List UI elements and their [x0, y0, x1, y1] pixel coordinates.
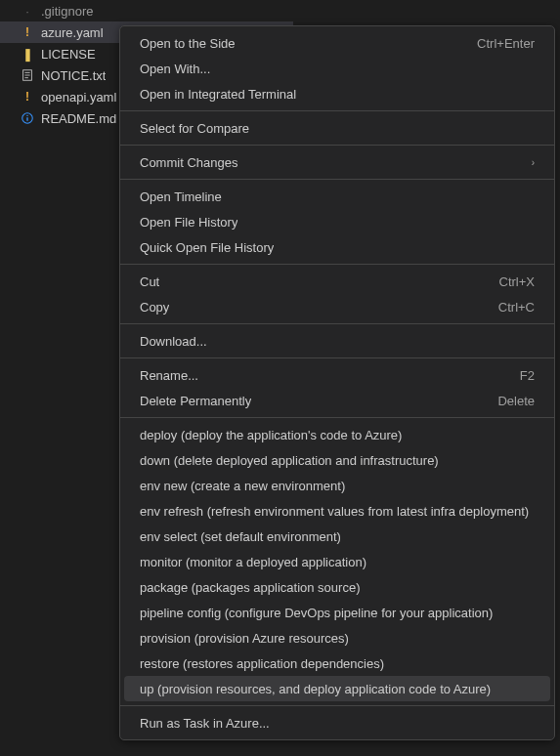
info-icon: [20, 110, 35, 126]
menu-item-label: restore (restores application dependenci…: [140, 656, 384, 671]
menu-item-label: pipeline config (configure DevOps pipeli…: [140, 606, 493, 620]
menu-item-pipeline[interactable]: pipeline config (configure DevOps pipeli…: [120, 600, 554, 625]
menu-item-label: Delete Permanently: [140, 394, 251, 408]
file-label: README.md: [41, 111, 116, 126]
menu-item-cut[interactable]: CutCtrl+X: [120, 269, 554, 294]
menu-item-label: up (provision resources, and deploy appl…: [140, 682, 491, 696]
menu-item-label: Open Timeline: [140, 189, 222, 204]
menu-item-label: env select (set default environment): [140, 529, 341, 544]
license-icon: ❚: [20, 46, 35, 62]
menu-item-label: env new (create a new environment): [140, 479, 345, 493]
menu-item-label: down (delete deployed application and in…: [140, 453, 439, 468]
menu-item-label: Quick Open File History: [140, 240, 274, 255]
menu-item-label: Run as Task in Azure...: [140, 716, 270, 731]
menu-item-open[interactable]: Open With...: [120, 56, 554, 81]
svg-point-5: [26, 115, 27, 116]
file-label: .gitignore: [41, 4, 93, 19]
menu-separator: [120, 417, 554, 418]
file-label: azure.yaml: [41, 25, 104, 40]
file-label: NOTICE.txt: [41, 68, 106, 83]
yaml-icon: !: [20, 24, 35, 40]
menu-item-label: provision (provision Azure resources): [140, 631, 349, 646]
yaml-icon: !: [20, 89, 35, 105]
menu-item-monitor[interactable]: monitor (monitor a deployed application): [120, 549, 554, 574]
menu-item-label: env refresh (refresh environment values …: [140, 504, 529, 519]
menu-item-copy[interactable]: CopyCtrl+C: [120, 294, 554, 319]
context-menu: Open to the SideCtrl+EnterOpen With...Op…: [119, 25, 555, 740]
menu-item-open[interactable]: Open File History: [120, 209, 554, 234]
menu-separator: [120, 179, 554, 180]
menu-item-open[interactable]: Open to the SideCtrl+Enter: [120, 30, 554, 56]
menu-item-env[interactable]: env new (create a new environment): [120, 473, 554, 498]
menu-separator: [120, 705, 554, 706]
menu-item-download[interactable]: Download...: [120, 328, 554, 354]
menu-separator: [120, 110, 554, 111]
menu-item-restore[interactable]: restore (restores application dependenci…: [120, 651, 554, 676]
menu-separator: [120, 357, 554, 358]
menu-item-label: Rename...: [140, 368, 198, 383]
file-label: LICENSE: [41, 47, 96, 62]
menu-item-quick[interactable]: Quick Open File History: [120, 234, 554, 260]
menu-item-package[interactable]: package (packages application source): [120, 574, 554, 600]
menu-item-select[interactable]: Select for Compare: [120, 115, 554, 141]
menu-shortcut: Ctrl+Enter: [477, 36, 535, 51]
menu-item-label: Commit Changes: [140, 155, 237, 170]
menu-item-label: Open in Integrated Terminal: [140, 87, 296, 102]
menu-separator: [120, 145, 554, 146]
menu-item-label: Open to the Side: [140, 36, 236, 51]
menu-item-up[interactable]: up (provision resources, and deploy appl…: [124, 676, 550, 701]
menu-shortcut: Delete: [497, 394, 535, 408]
chevron-right-icon: ›: [532, 157, 535, 168]
menu-item-open[interactable]: Open in Integrated Terminal: [120, 81, 554, 106]
gitignore-icon: ·: [20, 3, 35, 19]
menu-item-down[interactable]: down (delete deployed application and in…: [120, 447, 554, 473]
menu-item-env[interactable]: env refresh (refresh environment values …: [120, 498, 554, 524]
file-item--gitignore[interactable]: ·.gitignore: [0, 0, 293, 21]
menu-item-run[interactable]: Run as Task in Azure...: [120, 710, 554, 735]
menu-shortcut: Ctrl+C: [498, 300, 535, 315]
menu-item-commit[interactable]: Commit Changes›: [120, 149, 554, 175]
menu-item-provision[interactable]: provision (provision Azure resources): [120, 625, 554, 651]
menu-item-env[interactable]: env select (set default environment): [120, 524, 554, 549]
menu-item-label: package (packages application source): [140, 580, 360, 595]
menu-shortcut: Ctrl+X: [499, 274, 535, 289]
menu-separator: [120, 323, 554, 324]
menu-item-label: Open With...: [140, 62, 210, 76]
menu-item-label: Open File History: [140, 215, 237, 230]
menu-item-label: Select for Compare: [140, 121, 249, 136]
menu-shortcut: F2: [520, 368, 535, 383]
menu-item-rename[interactable]: Rename...F2: [120, 362, 554, 388]
menu-separator: [120, 264, 554, 265]
menu-item-label: Copy: [140, 300, 169, 315]
menu-item-label: Cut: [140, 274, 159, 289]
menu-item-delete[interactable]: Delete PermanentlyDelete: [120, 388, 554, 413]
menu-item-label: monitor (monitor a deployed application): [140, 555, 366, 569]
menu-item-label: Download...: [140, 334, 207, 349]
menu-item-label: deploy (deploy the application's code to…: [140, 428, 402, 442]
file-label: openapi.yaml: [41, 90, 116, 105]
menu-item-open[interactable]: Open Timeline: [120, 184, 554, 209]
menu-item-deploy[interactable]: deploy (deploy the application's code to…: [120, 422, 554, 447]
text-icon: [20, 67, 35, 83]
